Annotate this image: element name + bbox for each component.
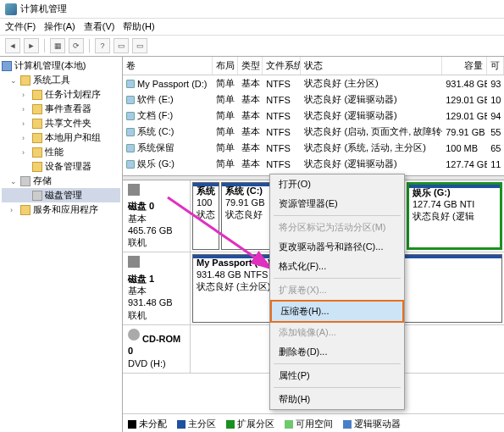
volume-icon: [126, 96, 135, 104]
app-icon: [5, 3, 17, 15]
ctx-open[interactable]: 打开(O): [270, 174, 404, 194]
legend-logical: 逻辑驱动器: [343, 418, 401, 430]
separator: [274, 363, 401, 364]
title-bar: 计算机管理: [0, 0, 504, 19]
legend-unallocated: 未分配: [128, 418, 167, 430]
volume-row[interactable]: My Passport (D:)简单基本NTFS状态良好 (主分区)931.48…: [123, 75, 504, 91]
collapse-icon[interactable]: ⌄: [10, 177, 18, 186]
separator: [274, 387, 401, 388]
device-icon: [32, 162, 42, 172]
tree-eventviewer[interactable]: ›事件查看器: [2, 102, 120, 116]
tree-shared[interactable]: ›共享文件夹: [2, 116, 120, 130]
col-capacity[interactable]: 容量: [442, 57, 487, 75]
ctx-properties[interactable]: 属性(P): [270, 366, 404, 385]
volume-list-header: 卷 布局 类型 文件系统 状态 容量 可: [123, 57, 504, 75]
tree-storage[interactable]: ⌄存储: [2, 174, 120, 188]
toolbar-btn-4[interactable]: ▭: [132, 38, 147, 53]
partition-c[interactable]: 系统 (C:)79.91 GB状态良好: [221, 182, 274, 250]
collapse-icon[interactable]: ⌄: [10, 76, 18, 85]
menu-file[interactable]: 文件(F): [5, 20, 36, 33]
ctx-help[interactable]: 帮助(H): [270, 390, 404, 409]
ctx-mark-active: 将分区标记为活动分区(M): [270, 218, 404, 237]
expand-icon[interactable]: ›: [22, 105, 30, 114]
ctx-add-mirror: 添加镜像(A)...: [270, 323, 404, 342]
ctx-shrink[interactable]: 压缩卷(H)...: [270, 300, 404, 323]
tree-scheduler[interactable]: ›任务计划程序: [2, 87, 120, 102]
legend-free: 可用空间: [285, 418, 333, 430]
tree-root[interactable]: 计算机管理(本地): [2, 58, 120, 73]
toolbar-btn-2[interactable]: ?: [95, 38, 110, 53]
ctx-explorer[interactable]: 资源管理器(E): [270, 194, 404, 213]
expand-icon[interactable]: ›: [22, 134, 30, 142]
clock-icon: [32, 90, 42, 100]
window-title: 计算机管理: [20, 3, 67, 15]
partition-system-reserved[interactable]: 系统100状态: [192, 182, 219, 250]
menu-view[interactable]: 查看(V): [84, 20, 115, 33]
disk1-label[interactable]: 磁盘 1 基本 931.48 GB 联机: [123, 252, 191, 324]
separator: [274, 278, 401, 279]
menu-bar: 文件(F) 操作(A) 查看(V) 帮助(H): [0, 19, 504, 36]
cdrom-label[interactable]: CD-ROM 0 DVD (H:): [123, 325, 191, 373]
separator: [44, 39, 45, 53]
tree-systools[interactable]: ⌄系统工具: [2, 73, 120, 87]
volume-list: My Passport (D:)简单基本NTFS状态良好 (主分区)931.48…: [123, 75, 504, 172]
volume-icon: [126, 80, 135, 88]
computer-icon: [2, 61, 12, 71]
separator: [274, 215, 401, 216]
folder-icon: [20, 75, 30, 86]
volume-icon: [126, 160, 135, 169]
partition-g[interactable]: 娱乐 (G:)127.74 GB NTI状态良好 (逻辑: [407, 182, 502, 250]
legend: 未分配 主分区 扩展分区 可用空间 逻辑驱动器: [123, 413, 504, 432]
col-layout[interactable]: 布局: [213, 57, 238, 75]
menu-action[interactable]: 操作(A): [44, 20, 75, 33]
forward-button[interactable]: ►: [24, 38, 39, 53]
context-menu: 打开(O) 资源管理器(E) 将分区标记为活动分区(M) 更改驱动器号和路径(C…: [269, 174, 405, 410]
tree-users[interactable]: ›本地用户和组: [2, 130, 120, 145]
menu-help[interactable]: 帮助(H): [123, 20, 154, 33]
tree-perf[interactable]: ›性能: [2, 145, 120, 159]
expand-icon[interactable]: ›: [10, 206, 18, 214]
users-icon: [32, 133, 42, 143]
cdrom-icon: [128, 329, 140, 341]
tree-devmgr[interactable]: 设备管理器: [2, 159, 120, 174]
toolbar-btn-1[interactable]: ▦: [50, 38, 65, 53]
ctx-format[interactable]: 格式化(F)...: [270, 257, 404, 276]
col-type[interactable]: 类型: [238, 57, 263, 75]
legend-extended: 扩展分区: [226, 418, 274, 430]
ctx-delete[interactable]: 删除卷(D)...: [270, 342, 404, 362]
disk0-label[interactable]: 磁盘 0 基本 465.76 GB 联机: [123, 180, 191, 252]
tree-diskmgmt[interactable]: 磁盘管理: [2, 188, 120, 202]
disk-icon: [128, 184, 140, 196]
tree-services[interactable]: ›服务和应用程序: [2, 202, 120, 217]
nav-tree: 计算机管理(本地) ⌄系统工具 ›任务计划程序 ›事件查看器 ›共享文件夹 ›本…: [0, 57, 123, 432]
refresh-button[interactable]: ⟳: [69, 38, 84, 53]
expand-icon[interactable]: ›: [22, 119, 30, 128]
back-button[interactable]: ◄: [5, 38, 20, 53]
expand-icon[interactable]: ›: [22, 91, 30, 99]
col-filesystem[interactable]: 文件系统: [263, 57, 301, 75]
volume-row[interactable]: 系统 (C:)简单基本NTFS状态良好 (启动, 页面文件, 故障转储, 主分区…: [123, 124, 504, 140]
col-status[interactable]: 状态: [301, 57, 442, 75]
volume-icon: [126, 144, 135, 152]
ctx-change-letter[interactable]: 更改驱动器号和路径(C)...: [270, 237, 404, 257]
separator: [89, 39, 90, 53]
disk-icon: [128, 256, 140, 268]
volume-icon: [126, 112, 135, 120]
toolbar-btn-3[interactable]: ▭: [114, 38, 129, 53]
legend-primary: 主分区: [177, 418, 216, 430]
share-icon: [32, 119, 42, 129]
expand-icon[interactable]: ›: [22, 148, 30, 157]
volume-row[interactable]: 系统保留简单基本NTFS状态良好 (系统, 活动, 主分区)100 MB65: [123, 140, 504, 156]
disk-icon: [32, 191, 42, 201]
volume-row[interactable]: 软件 (E:)简单基本NTFS状态良好 (逻辑驱动器)129.01 GB10: [123, 91, 504, 108]
col-volume[interactable]: 卷: [123, 57, 213, 75]
main-area: 计算机管理(本地) ⌄系统工具 ›任务计划程序 ›事件查看器 ›共享文件夹 ›本…: [0, 57, 504, 432]
volume-row[interactable]: 娱乐 (G:)简单基本NTFS状态良好 (逻辑驱动器)127.74 GB11: [123, 156, 504, 172]
col-avail[interactable]: 可: [487, 57, 504, 75]
volume-row[interactable]: 文档 (F:)简单基本NTFS状态良好 (逻辑驱动器)129.01 GB94: [123, 108, 504, 124]
volume-icon: [126, 128, 135, 136]
event-icon: [32, 104, 42, 114]
services-icon: [20, 205, 30, 215]
toolbar: ◄ ► ▦ ⟳ ? ▭ ▭: [0, 36, 504, 57]
perf-icon: [32, 147, 42, 158]
